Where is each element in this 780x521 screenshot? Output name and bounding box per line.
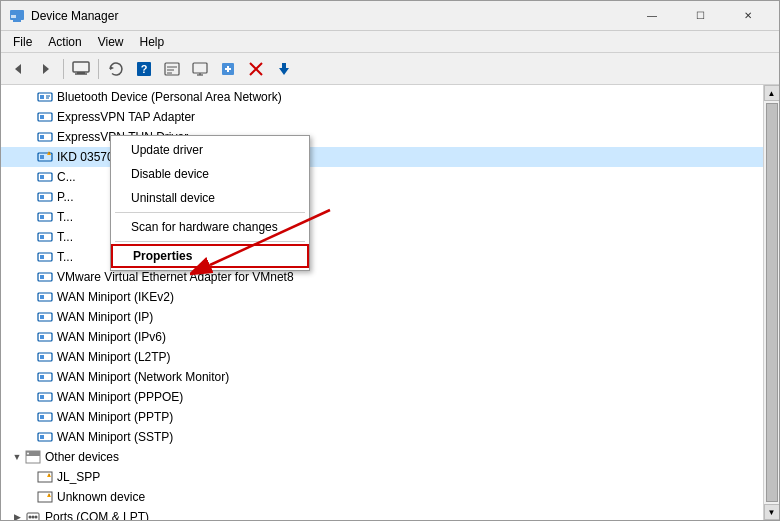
tree-label-jl-spp: JL_SPP [57,470,100,484]
minimize-button[interactable]: — [629,1,675,31]
svg-rect-31 [40,155,44,159]
close-button[interactable]: ✕ [725,1,771,31]
tree-item-wan-ip[interactable]: WAN Miniport (IP) [1,307,763,327]
scroll-up-button[interactable]: ▲ [764,85,780,101]
separator-1 [63,59,64,79]
network-icon-wan-l2tp [37,349,53,365]
tree-item-ports[interactable]: ▶ Ports (COM & LPT) [1,507,763,520]
forward-button[interactable] [33,56,59,82]
tree-item-wan-netmon[interactable]: WAN Miniport (Network Monitor) [1,367,763,387]
tree-item-jl-spp[interactable]: ! JL_SPP [1,467,763,487]
network-icon-p [37,189,53,205]
maximize-button[interactable]: ☐ [677,1,723,31]
network-icon-wan-ip [37,309,53,325]
context-menu-separator [115,212,305,213]
svg-rect-35 [40,175,44,179]
network-icon-2 [37,109,53,125]
scrollbar[interactable]: ▲ ▼ [763,85,779,520]
svg-text:?: ? [141,63,148,75]
tree-label-c: C... [57,170,76,184]
update-button[interactable] [271,56,297,82]
tree-label-vmware-vmnet8: VMware Virtual Ethernet Adapter for VMne… [57,270,294,284]
svg-rect-45 [40,275,44,279]
context-menu-properties[interactable]: Properties [111,244,309,268]
context-menu-scan-hardware[interactable]: Scan for hardware changes [111,215,309,239]
network-icon-wan-netmon [37,369,53,385]
device-warning-icon-unknown: ! [37,489,53,505]
network-warning-icon: ! [37,149,53,165]
svg-rect-27 [40,115,44,119]
remove-button[interactable] [243,56,269,82]
network-icon-c [37,169,53,185]
svg-rect-47 [40,295,44,299]
context-menu-update-driver[interactable]: Update driver [111,138,309,162]
svg-rect-51 [40,335,44,339]
svg-rect-5 [73,62,89,72]
tree-label-wan-ikev2: WAN Miniport (IKEv2) [57,290,174,304]
menu-view[interactable]: View [90,33,132,51]
svg-rect-59 [40,415,44,419]
menu-bar: File Action View Help [1,31,779,53]
tree-label-t1: T... [57,210,73,224]
computer-button[interactable] [68,56,94,82]
tree-label-wan-pptp: WAN Miniport (PPTP) [57,410,173,424]
context-menu-uninstall-device[interactable]: Uninstall device [111,186,309,210]
network-icon-t3 [37,249,53,265]
scroll-thumb[interactable] [766,103,778,502]
tree-label-other-devices: Other devices [45,450,119,464]
add-button[interactable] [215,56,241,82]
device-manager-window: Device Manager — ☐ ✕ File Action View He… [0,0,780,521]
context-menu-disable-device[interactable]: Disable device [111,162,309,186]
tree-label-ports: Ports (COM & LPT) [45,510,149,520]
app-icon [9,8,25,24]
svg-marker-8 [110,66,114,70]
tree-item-wan-sstp[interactable]: WAN Miniport (SSTP) [1,427,763,447]
svg-rect-2 [11,15,16,18]
svg-rect-15 [193,63,207,73]
svg-rect-53 [40,355,44,359]
back-button[interactable] [5,56,31,82]
other-devices-icon [25,449,41,465]
network-icon-t2 [37,229,53,245]
tree-label-wan-netmon: WAN Miniport (Network Monitor) [57,370,229,384]
svg-rect-29 [40,135,44,139]
tree-item-wan-ipv6[interactable]: WAN Miniport (IPv6) [1,327,763,347]
tree-item-wan-ikev2[interactable]: WAN Miniport (IKEv2) [1,287,763,307]
tree-label-unknown-device: Unknown device [57,490,145,504]
properties-button[interactable] [159,56,185,82]
separator-2 [98,59,99,79]
network-icon-vmware [37,269,53,285]
svg-marker-3 [15,64,21,74]
menu-help[interactable]: Help [132,33,173,51]
tree-item-wan-pptp[interactable]: WAN Miniport (PPTP) [1,407,763,427]
tree-label-bt-personal: Bluetooth Device (Personal Area Network) [57,90,282,104]
svg-rect-41 [40,235,44,239]
tree-item-wan-l2tp[interactable]: WAN Miniport (L2TP) [1,347,763,367]
window-controls: — ☐ ✕ [629,1,771,31]
help-button[interactable]: ? [131,56,157,82]
network-icon-wan-pppoe [37,389,53,405]
tree-item-expressvpn-tap[interactable]: ExpressVPN TAP Adapter [1,107,763,127]
menu-file[interactable]: File [5,33,40,51]
context-menu: Update driver Disable device Uninstall d… [110,135,310,271]
svg-rect-49 [40,315,44,319]
tree-label-wan-ip: WAN Miniport (IP) [57,310,153,324]
svg-marker-21 [279,63,289,75]
tree-item-wan-pppoe[interactable]: WAN Miniport (PPPOE) [1,387,763,407]
refresh-button[interactable] [103,56,129,82]
svg-rect-43 [40,255,44,259]
device-warning-icon-jl: ! [37,469,53,485]
scroll-down-button[interactable]: ▼ [764,504,780,520]
tree-item-other-devices[interactable]: ▼ Other devices [1,447,763,467]
svg-rect-37 [40,195,44,199]
tree-item-bt-personal[interactable]: Bluetooth Device (Personal Area Network) [1,87,763,107]
tree-item-unknown-device[interactable]: ! Unknown device [1,487,763,507]
svg-rect-57 [40,395,44,399]
menu-action[interactable]: Action [40,33,89,51]
tree-label-t2: T... [57,230,73,244]
expand-ports[interactable]: ▶ [9,509,25,520]
display-button[interactable] [187,56,213,82]
title-bar: Device Manager — ☐ ✕ [1,1,779,31]
expand-other-devices[interactable]: ▼ [9,449,25,465]
svg-text:!: ! [48,151,49,156]
